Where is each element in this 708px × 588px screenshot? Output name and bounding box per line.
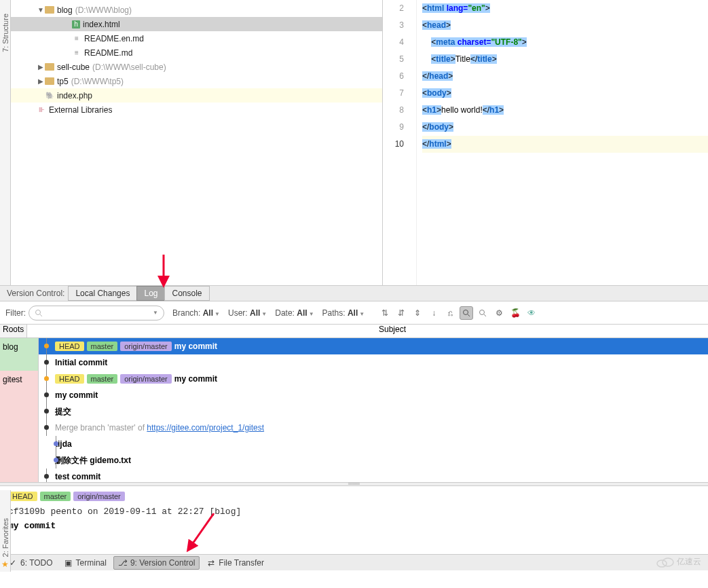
eye-icon[interactable]: 👁 (525, 306, 538, 320)
watermark: 亿速云 (656, 556, 701, 568)
roots-header[interactable]: Roots (0, 325, 27, 337)
root-label[interactable]: blog (0, 338, 39, 371)
vc-tab[interactable]: Local Changes (68, 286, 137, 301)
date-filter[interactable]: Date: All▼ (275, 308, 314, 318)
tree-item[interactable]: ⊪External Libraries (11, 103, 382, 117)
filter-search[interactable]: ▼ (29, 306, 164, 320)
subject-header[interactable]: Subject (373, 325, 708, 337)
structure-tool[interactable]: 7: Structure (1, 14, 10, 52)
commit-row[interactable]: tijda (39, 436, 708, 452)
commit-row[interactable]: test commit (39, 468, 708, 482)
tree-item[interactable]: ≡README.md (11, 45, 382, 60)
highlight-icon[interactable] (460, 306, 473, 320)
svg-line-4 (468, 314, 470, 316)
bottom-toolbar: ✓6: TODO▣Terminal⎇9: Version Control⇄Fil… (0, 554, 708, 570)
root-label[interactable]: gitest (0, 371, 39, 482)
vc-log-header: Roots Subject (0, 325, 708, 338)
svg-point-9 (663, 558, 673, 566)
expand-icon[interactable]: ⇕ (411, 306, 424, 320)
cherry-pick-icon[interactable]: ⎌ (443, 306, 457, 320)
commit-row[interactable]: 删除文件 gidemo.txt (39, 452, 708, 468)
dropdown-icon[interactable]: ▼ (153, 310, 158, 316)
commit-row[interactable]: Initial commit (39, 354, 708, 371)
tree-item[interactable]: 🐘index.php (11, 88, 382, 103)
left-gutter: 7: Structure (0, 0, 11, 285)
paths-filter[interactable]: Paths: All▼ (322, 308, 365, 318)
commit-row[interactable]: 提交 (39, 403, 708, 420)
commit-meta: cf3109b peento on 2019-09-11 at 22:27 [b… (8, 507, 700, 517)
commit-row[interactable]: my commit (39, 387, 708, 403)
bottom-tool[interactable]: ✓6: TODO (4, 557, 57, 569)
refresh-icon[interactable] (476, 306, 489, 320)
svg-line-2 (40, 314, 42, 316)
search-icon (35, 309, 43, 317)
editor-code[interactable]: <html lang="en"><head> <meta charset="UT… (417, 0, 708, 285)
go-to-icon[interactable]: ↓ (427, 306, 441, 320)
commit-row[interactable]: Merge branch 'master' of https://gitee.c… (39, 420, 708, 436)
red-arrow-annotation (153, 255, 174, 289)
svg-point-5 (480, 310, 485, 314)
settings-icon[interactable]: ⚙ (492, 306, 506, 320)
commit-row[interactable]: HEADmasterorigin/mastermy commit (39, 338, 708, 354)
vc-log: bloggitest HEADmasterorigin/mastermy com… (0, 338, 708, 482)
collapse-icon[interactable]: ⇵ (394, 306, 408, 320)
project-tree: ▼blog(D:\WWW\blog)hindex.html≡README.en.… (11, 0, 383, 285)
tree-item[interactable]: ≡README.en.md (11, 31, 382, 45)
code-editor[interactable]: 2345678910 <html lang="en"><head> <meta … (383, 0, 708, 285)
vc-tab[interactable]: Console (164, 286, 209, 301)
editor-gutter: 2345678910 (383, 0, 417, 285)
left-bottom-gutter: 2: Favorites ★ (0, 490, 11, 572)
tree-item[interactable]: ▼blog(D:\WWW\blog) (11, 3, 382, 17)
intellisort-icon[interactable]: ⇅ (378, 306, 392, 320)
red-arrow-annotation-2 (183, 513, 217, 554)
vc-label: Version Control: (3, 289, 69, 298)
vc-tabbar: Version Control: Local ChangesLogConsole (0, 285, 708, 301)
bottom-tool[interactable]: ⎇9: Version Control (113, 556, 200, 570)
ref-badge: HEAD (8, 492, 37, 501)
filter-label: Filter: (5, 308, 26, 318)
bottom-tool[interactable]: ⇄File Transfer (202, 557, 268, 569)
tree-item[interactable]: ▶sell-cube(D:\WWW\sell-cube) (11, 60, 382, 74)
vc-tab[interactable]: Log (136, 286, 165, 301)
commit-title: my commit (8, 521, 700, 531)
star-icon: ★ (1, 559, 9, 569)
svg-line-6 (484, 314, 486, 316)
ref-badge: master (40, 492, 71, 501)
commit-row[interactable]: HEADmasterorigin/mastermy commit (39, 371, 708, 387)
branch-filter[interactable]: Branch: All▼ (172, 308, 220, 318)
cherry-icon[interactable]: 🍒 (508, 306, 522, 320)
svg-point-1 (36, 310, 41, 314)
user-filter[interactable]: User: All▼ (228, 308, 267, 318)
svg-point-3 (464, 310, 468, 314)
tree-item[interactable]: ▶tp5(D:\WWW\tp5) (11, 74, 382, 88)
tree-item[interactable]: hindex.html (11, 17, 382, 31)
ref-badge: origin/master (73, 492, 125, 501)
commit-detail: HEADmasterorigin/master cf3109b peento o… (0, 486, 708, 554)
favorites-tool[interactable]: 2: Favorites (1, 518, 10, 557)
bottom-tool[interactable]: ▣Terminal (60, 557, 111, 569)
vc-toolbar: Filter: ▼ Branch: All▼ User: All▼ Date: … (0, 301, 708, 325)
